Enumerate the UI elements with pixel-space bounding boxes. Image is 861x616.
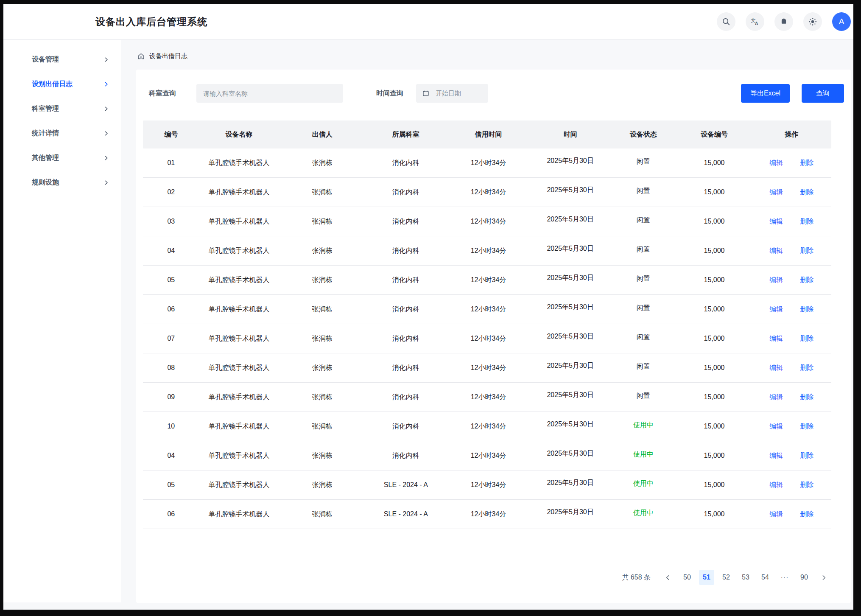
sidebar-item[interactable]: 科室管理 — [3, 96, 121, 121]
delete-link[interactable]: 删除 — [800, 510, 813, 519]
search-icon — [721, 17, 731, 26]
edit-link[interactable]: 编辑 — [769, 334, 783, 343]
delete-link[interactable]: 删除 — [800, 305, 813, 314]
start-date-picker[interactable]: 开始日期 — [416, 84, 488, 103]
theme-button[interactable] — [803, 12, 822, 31]
page-button[interactable]: 54 — [758, 570, 773, 585]
start-date-placeholder: 开始日期 — [436, 90, 461, 98]
cell-id: 05 — [143, 276, 199, 284]
calendar-icon — [422, 90, 430, 97]
cell-department: 消化内科 — [366, 451, 446, 460]
search-button[interactable] — [717, 12, 735, 31]
page-button[interactable]: 52 — [718, 570, 734, 585]
edit-link[interactable]: 编辑 — [769, 422, 783, 431]
delete-link[interactable]: 删除 — [800, 188, 813, 197]
dept-search-input[interactable] — [196, 84, 343, 103]
page-button[interactable]: 90 — [797, 570, 812, 585]
cell-status: 闲置 — [610, 392, 677, 400]
next-page-button[interactable] — [816, 570, 831, 585]
cell-device-code: 15,000 — [677, 159, 752, 167]
cell-status: 闲置 — [610, 187, 677, 196]
chevron-right-icon — [103, 81, 109, 87]
notification-button[interactable] — [774, 12, 793, 31]
cell-device-name: 单孔腔镜手术机器人 — [199, 246, 279, 255]
language-button[interactable]: 文A — [746, 12, 764, 31]
prev-page-button[interactable] — [660, 570, 675, 585]
edit-link[interactable]: 编辑 — [769, 364, 783, 372]
sidebar-item[interactable]: 其他管理 — [3, 146, 121, 170]
page-button[interactable]: 50 — [679, 570, 695, 585]
query-button[interactable]: 查询 — [802, 84, 844, 103]
svg-text:A: A — [755, 21, 758, 26]
cell-actions: 编辑 删除 — [752, 422, 831, 431]
sidebar-item[interactable]: 统计详情 — [3, 121, 121, 146]
page-button[interactable]: 51 — [699, 570, 714, 585]
cell-id: 07 — [143, 335, 199, 342]
cell-department: 消化内科 — [366, 364, 446, 372]
cell-department: SLE - 2024 - A — [366, 510, 446, 518]
cell-duration: 12小时34分 — [446, 246, 531, 255]
cell-status: 使用中 — [610, 421, 677, 430]
delete-link[interactable]: 删除 — [800, 393, 813, 402]
cell-id: 06 — [143, 510, 199, 518]
edit-link[interactable]: 编辑 — [769, 276, 783, 285]
delete-link[interactable]: 删除 — [800, 217, 813, 226]
cell-lender: 张润栋 — [279, 305, 366, 314]
sidebar-item[interactable]: 设别出借日志 — [3, 72, 121, 96]
cell-device-name: 单孔腔镜手术机器人 — [199, 217, 279, 226]
delete-link[interactable]: 删除 — [800, 159, 813, 168]
cell-device-name: 单孔腔镜手术机器人 — [199, 481, 279, 490]
page-button[interactable]: 53 — [738, 570, 753, 585]
edit-link[interactable]: 编辑 — [769, 159, 783, 168]
page-button[interactable]: ··· — [777, 570, 792, 585]
cell-device-code: 15,000 — [677, 305, 752, 313]
translate-icon: 文A — [750, 17, 760, 26]
delete-link[interactable]: 删除 — [800, 481, 813, 490]
delete-link[interactable]: 删除 — [800, 246, 813, 255]
sidebar-item[interactable]: 设备管理 — [3, 47, 121, 72]
cell-device-code: 15,000 — [677, 247, 752, 255]
cell-actions: 编辑 删除 — [752, 246, 831, 255]
table-row: 04 单孔腔镜手术机器人 张润栋 消化内科 12小时34分 2025年5月30日… — [143, 236, 831, 266]
cell-status: 闲置 — [610, 245, 677, 254]
delete-link[interactable]: 删除 — [800, 451, 813, 460]
edit-link[interactable]: 编辑 — [769, 305, 783, 314]
header-actions: 文A A — [717, 12, 851, 31]
export-excel-button[interactable]: 导出Excel — [741, 84, 790, 103]
edit-link[interactable]: 编辑 — [769, 393, 783, 402]
cell-department: 消化内科 — [366, 334, 446, 343]
filter-bar: 科室查询 时间查询 开始日期 导出Excel 查询 — [136, 70, 851, 103]
cell-device-code: 15,000 — [677, 452, 752, 459]
edit-link[interactable]: 编辑 — [769, 510, 783, 519]
delete-link[interactable]: 删除 — [800, 422, 813, 431]
cell-date: 2025年5月30日 — [531, 391, 610, 400]
sidebar-item-label: 统计详情 — [32, 129, 59, 138]
cell-actions: 编辑 删除 — [752, 364, 831, 372]
edit-link[interactable]: 编辑 — [769, 188, 783, 197]
delete-link[interactable]: 删除 — [800, 276, 813, 285]
cell-department: 消化内科 — [366, 159, 446, 168]
cell-id: 03 — [143, 218, 199, 225]
chevron-right-icon — [821, 574, 827, 581]
edit-link[interactable]: 编辑 — [769, 246, 783, 255]
edit-link[interactable]: 编辑 — [769, 451, 783, 460]
cell-id: 09 — [143, 393, 199, 401]
cell-device-name: 单孔腔镜手术机器人 — [199, 305, 279, 314]
cell-duration: 12小时34分 — [446, 393, 531, 402]
edit-link[interactable]: 编辑 — [769, 481, 783, 490]
cell-device-code: 15,000 — [677, 393, 752, 401]
delete-link[interactable]: 删除 — [800, 334, 813, 343]
home-icon[interactable] — [137, 52, 145, 60]
table-header-cell: 操作 — [752, 130, 831, 139]
table-row: 10 单孔腔镜手术机器人 张润栋 消化内科 12小时34分 2025年5月30日… — [143, 412, 831, 441]
cell-device-name: 单孔腔镜手术机器人 — [199, 510, 279, 519]
chevron-right-icon — [103, 106, 109, 112]
sidebar-item-label: 其他管理 — [32, 154, 59, 162]
cell-department: 消化内科 — [366, 188, 446, 197]
delete-link[interactable]: 删除 — [800, 364, 813, 372]
table-row: 02 单孔腔镜手术机器人 张润栋 消化内科 12小时34分 2025年5月30日… — [143, 178, 831, 207]
sidebar-item[interactable]: 规则设施 — [3, 170, 121, 195]
avatar[interactable]: A — [832, 12, 851, 31]
edit-link[interactable]: 编辑 — [769, 217, 783, 226]
cell-device-name: 单孔腔镜手术机器人 — [199, 422, 279, 431]
